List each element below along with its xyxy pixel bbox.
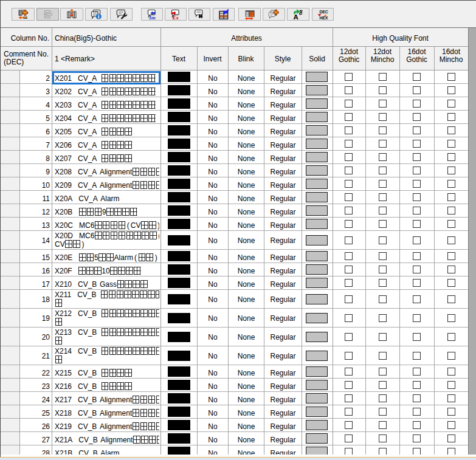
svg-text:Ex: Ex	[172, 14, 179, 19]
svg-text:Im: Im	[148, 14, 156, 19]
svg-text:HEX: HEX	[320, 16, 328, 20]
svg-text:A: A	[293, 13, 298, 20]
svg-text:DEC: DEC	[320, 9, 328, 13]
